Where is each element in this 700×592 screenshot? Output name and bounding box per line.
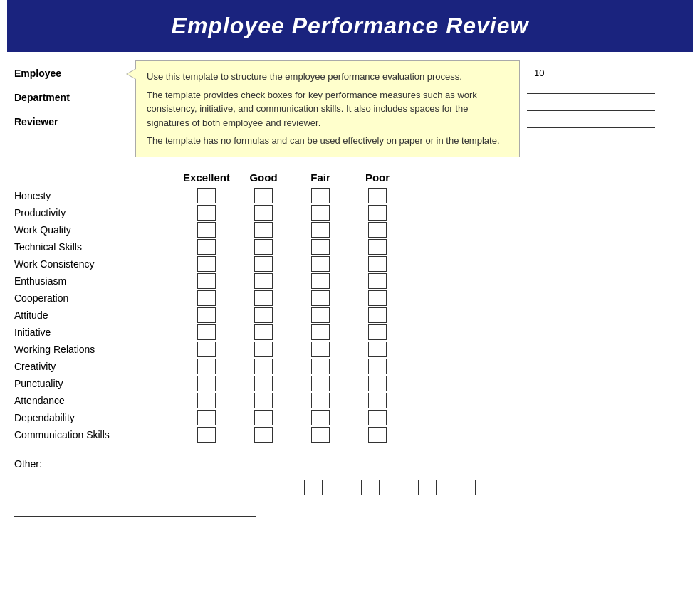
other-checkboxes-1 <box>285 480 513 495</box>
checkbox-cell-good <box>235 376 292 391</box>
checkbox-excellent-row-3[interactable] <box>197 239 216 255</box>
checkbox-cell-fair <box>292 307 349 323</box>
checkbox-fair-row-0[interactable] <box>311 188 330 204</box>
checkbox-fair-row-9[interactable] <box>311 342 330 357</box>
reviewer-label: Reviewer <box>14 112 58 132</box>
checkbox-cell-poor <box>349 256 406 272</box>
checkbox-cell-poor <box>349 410 406 426</box>
checkbox-cell-excellent <box>178 273 235 289</box>
col-header-fair: Fair <box>292 171 349 184</box>
checkbox-excellent-row-10[interactable] <box>197 359 216 374</box>
checkbox-poor-row-13[interactable] <box>368 410 387 426</box>
rating-checkboxes <box>178 307 406 323</box>
checkbox-good-row-8[interactable] <box>254 324 273 340</box>
checkbox-excellent-row-1[interactable] <box>197 205 216 221</box>
rating-checkboxes <box>178 342 406 357</box>
col-header-good: Good <box>235 171 292 184</box>
checkbox-poor-row-12[interactable] <box>368 393 387 408</box>
checkbox-poor-row-3[interactable] <box>368 239 387 255</box>
other-line-row-1 <box>14 480 686 495</box>
checkbox-good-row-2[interactable] <box>254 222 273 238</box>
checkbox-good-row-10[interactable] <box>254 359 273 374</box>
employee-input[interactable] <box>527 83 655 94</box>
checkbox-fair-row-13[interactable] <box>311 410 330 426</box>
checkbox-poor-row-14[interactable] <box>368 427 387 443</box>
checkbox-cell-excellent <box>178 307 235 323</box>
checkbox-good-row-3[interactable] <box>254 239 273 255</box>
checkbox-cell-poor <box>349 393 406 408</box>
checkbox-excellent-row-8[interactable] <box>197 324 216 340</box>
checkbox-excellent-row-12[interactable] <box>197 393 216 408</box>
other-line-row-2 <box>14 501 686 517</box>
checkbox-poor-row-4[interactable] <box>368 256 387 272</box>
other-checkbox-fair[interactable] <box>418 480 437 495</box>
checkbox-excellent-row-7[interactable] <box>197 307 216 323</box>
checkbox-excellent-row-5[interactable] <box>197 273 216 289</box>
checkbox-good-row-7[interactable] <box>254 307 273 323</box>
checkbox-fair-row-2[interactable] <box>311 222 330 238</box>
department-input[interactable] <box>527 100 655 111</box>
checkbox-fair-row-5[interactable] <box>311 273 330 289</box>
performance-item-label: Cooperation <box>14 292 178 304</box>
tooltip-arrow <box>126 68 136 80</box>
other-checkbox-poor[interactable] <box>475 480 493 495</box>
checkbox-excellent-row-4[interactable] <box>197 256 216 272</box>
checkbox-fair-row-10[interactable] <box>311 359 330 374</box>
checkbox-cell-poor <box>349 273 406 289</box>
tooltip-text-1: Use this template to structure the emplo… <box>147 70 508 84</box>
checkbox-good-row-12[interactable] <box>254 393 273 408</box>
checkbox-good-row-9[interactable] <box>254 342 273 357</box>
checkbox-good-row-5[interactable] <box>254 273 273 289</box>
performance-item-label: Technical Skills <box>14 241 178 253</box>
checkbox-fair-row-1[interactable] <box>311 205 330 221</box>
checkbox-fair-row-3[interactable] <box>311 239 330 255</box>
checkbox-excellent-row-2[interactable] <box>197 222 216 238</box>
checkbox-excellent-row-14[interactable] <box>197 427 216 443</box>
checkbox-poor-row-11[interactable] <box>368 376 387 391</box>
checkbox-poor-row-5[interactable] <box>368 273 387 289</box>
table-row: Creativity <box>14 359 686 374</box>
checkbox-good-row-4[interactable] <box>254 256 273 272</box>
rating-checkboxes <box>178 427 406 443</box>
table-row: Work Consistency <box>14 256 686 272</box>
performance-item-label: Enthusiasm <box>14 275 178 287</box>
reviewer-input[interactable] <box>527 117 655 128</box>
checkbox-good-row-0[interactable] <box>254 188 273 204</box>
rating-checkboxes <box>178 205 406 221</box>
checkbox-poor-row-7[interactable] <box>368 307 387 323</box>
checkbox-poor-row-1[interactable] <box>368 205 387 221</box>
checkbox-fair-row-14[interactable] <box>311 427 330 443</box>
checkbox-good-row-6[interactable] <box>254 290 273 306</box>
checkbox-excellent-row-11[interactable] <box>197 376 216 391</box>
checkbox-poor-row-0[interactable] <box>368 188 387 204</box>
checkbox-poor-row-10[interactable] <box>368 359 387 374</box>
page-title: Employee Performance Review <box>172 13 529 38</box>
performance-rows: HonestyProductivityWork QualityTechnical… <box>14 188 686 443</box>
performance-item-label: Initiative <box>14 327 178 338</box>
reviewer-field: Reviewer <box>14 112 128 132</box>
checkbox-fair-row-11[interactable] <box>311 376 330 391</box>
checkbox-fair-row-8[interactable] <box>311 324 330 340</box>
checkbox-poor-row-9[interactable] <box>368 342 387 357</box>
checkbox-excellent-row-13[interactable] <box>197 410 216 426</box>
checkbox-excellent-row-6[interactable] <box>197 290 216 306</box>
checkbox-cell-poor <box>349 307 406 323</box>
checkbox-fair-row-7[interactable] <box>311 307 330 323</box>
checkbox-good-row-13[interactable] <box>254 410 273 426</box>
tooltip-box: Use this template to structure the emplo… <box>135 60 520 157</box>
performance-item-label: Attendance <box>14 395 178 406</box>
checkbox-good-row-14[interactable] <box>254 427 273 443</box>
checkbox-poor-row-2[interactable] <box>368 222 387 238</box>
checkbox-excellent-row-9[interactable] <box>197 342 216 357</box>
checkbox-poor-row-6[interactable] <box>368 290 387 306</box>
checkbox-fair-row-4[interactable] <box>311 256 330 272</box>
other-checkbox-good[interactable] <box>361 480 380 495</box>
checkbox-good-row-11[interactable] <box>254 376 273 391</box>
checkbox-fair-row-6[interactable] <box>311 290 330 306</box>
checkbox-poor-row-8[interactable] <box>368 324 387 340</box>
checkbox-fair-row-12[interactable] <box>311 393 330 408</box>
table-row: Communication Skills <box>14 427 686 443</box>
other-checkbox-excellent[interactable] <box>304 480 323 495</box>
checkbox-excellent-row-0[interactable] <box>197 188 216 204</box>
checkbox-good-row-1[interactable] <box>254 205 273 221</box>
